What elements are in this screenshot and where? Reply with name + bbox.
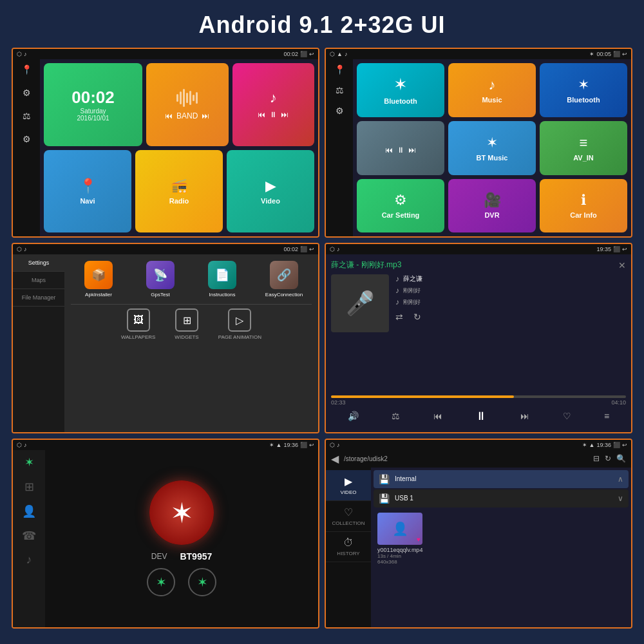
fm-collection-label: COLLECTION xyxy=(332,520,365,526)
playlist-btn[interactable]: ≡ xyxy=(604,411,609,421)
music5-icon[interactable]: ♪ xyxy=(26,553,32,567)
wave-bar xyxy=(186,93,188,103)
btmusic-tile[interactable]: ✶ BT Music xyxy=(448,121,536,175)
next-btn[interactable]: ⏭ xyxy=(202,111,209,120)
avin-label: AV_IN xyxy=(573,154,594,162)
back-icon-6[interactable]: ↩ xyxy=(622,442,627,448)
apkinstaller-label: ApkInstaller xyxy=(85,292,112,298)
location-icon-2[interactable]: 📍 xyxy=(334,64,345,75)
play-btn[interactable]: ⏸ xyxy=(269,110,277,119)
clock-tile[interactable]: 00:02 Saturday 2016/10/01 xyxy=(44,63,142,146)
home-icon-5: ⬡ xyxy=(17,442,22,448)
fwd2-btn[interactable]: ⏭ xyxy=(408,146,416,155)
bt2-tile[interactable]: ✶ Bluetooth xyxy=(540,63,627,117)
play-pause-btn[interactable]: ⏸ xyxy=(475,410,487,423)
app-instructions[interactable]: 📄 Instructions xyxy=(194,261,250,298)
music-app-tile[interactable]: ♪ Music xyxy=(448,63,536,117)
sidebar-settings[interactable]: Settings xyxy=(13,254,64,272)
fm-internal-item[interactable]: 💾 Internal ∧ xyxy=(374,470,629,488)
dvr-tile[interactable]: 🎥 DVR xyxy=(448,179,536,233)
fm-usb1-item[interactable]: 💾 USB 1 ∨ xyxy=(374,489,629,507)
calls-icon[interactable]: ☎ xyxy=(22,529,36,543)
navi-tile[interactable]: 📍 Navi xyxy=(44,150,131,233)
volume-btn[interactable]: 🔊 xyxy=(348,411,359,421)
screen5-content: ✶ DEV BT9957 ✶ ✶ xyxy=(45,450,318,627)
page-animation-icon: ▷ xyxy=(228,308,251,332)
music-icon-2: ♪ xyxy=(489,77,496,93)
radio2-tile[interactable]: 📻 Radio xyxy=(135,150,223,233)
fm-video-thumb[interactable]: 👤 ♥ xyxy=(377,513,422,545)
progress-bar-bg[interactable] xyxy=(331,395,626,398)
avin-tile[interactable]: ≡ AV_IN xyxy=(540,121,627,175)
back-icon-5[interactable]: ↩ xyxy=(309,442,314,448)
contacts-icon[interactable]: 👤 xyxy=(22,504,36,518)
page-animation-btn[interactable]: ▷ PAGE ANIMATION xyxy=(218,308,261,340)
wallpapers-btn[interactable]: 🖼 WALLPAPERS xyxy=(121,308,155,340)
back-icon-2[interactable]: ↩ xyxy=(622,51,627,57)
fm-video-tab[interactable]: ▶ VIDEO xyxy=(326,470,371,501)
widgets-btn[interactable]: ⊞ WIDGETS xyxy=(175,308,198,340)
bat-icon-6: ⬛ xyxy=(613,442,620,448)
bt-menu-icon[interactable]: ✶ xyxy=(24,455,34,469)
carsetting-tile[interactable]: ⚙ Car Setting xyxy=(357,179,444,233)
rew-btn[interactable]: ⏮ xyxy=(258,110,265,119)
radio-tile[interactable]: ⏮ BAND ⏭ xyxy=(146,63,229,146)
gear-icon-1[interactable]: ⚙ xyxy=(23,134,31,144)
usb-icon-6: ♪ xyxy=(337,442,340,448)
app-gpstest[interactable]: 📡 GpsTest xyxy=(133,261,188,298)
heart-btn[interactable]: ♡ xyxy=(563,411,571,421)
progress-bar-fill xyxy=(331,395,514,398)
fm-history-tab[interactable]: ⏱ HISTORY xyxy=(326,532,371,562)
sidebar-maps[interactable]: Maps xyxy=(13,272,64,289)
settings-icon-1[interactable]: ⚙ xyxy=(23,88,31,98)
signal-icon-4: ⬛ xyxy=(613,246,620,252)
shuffle-btn[interactable]: ⇄ xyxy=(395,312,403,322)
fm-collection-tab[interactable]: ♡ COLLECTION xyxy=(326,501,371,532)
band-btn[interactable]: BAND xyxy=(176,111,198,120)
location-icon-1[interactable]: 📍 xyxy=(21,64,32,75)
back-icon-3[interactable]: ↩ xyxy=(309,246,314,252)
bt-connect-btn[interactable]: ✶ xyxy=(147,568,175,596)
screen-app-menu: ⬡ ▲ ♪ ✶ 00:05 ⬛ ↩ 📍 ⚖ ⚙ ✶ xyxy=(325,48,632,238)
prev-track-btn[interactable]: ⏮ xyxy=(433,411,442,421)
dialpad-icon[interactable]: ⊞ xyxy=(24,480,34,494)
carinfo-tile[interactable]: ℹ Car Info xyxy=(540,179,627,233)
screen1-body: 📍 ⚙ ⚖ ⚙ 00:02 Saturday 2016/10/01 xyxy=(13,59,318,236)
fm-search-icon[interactable]: 🔍 xyxy=(616,454,626,463)
fm-history-label: HISTORY xyxy=(337,551,359,556)
bt-signal-6: ✶ xyxy=(582,442,587,448)
status-right-4: 19:35 ⬛ ↩ xyxy=(596,246,627,252)
screen-bluetooth: ⬡ ♪ ✶ ▲ 19:36 ⬛ ↩ ✶ ⊞ 👤 ☎ ♪ ✶ DE xyxy=(12,439,319,629)
fm-sort-icon[interactable]: ⊟ xyxy=(593,454,600,463)
play2-btn[interactable]: ⏸ xyxy=(397,146,404,155)
fm-back-btn[interactable]: ◀ xyxy=(331,453,339,465)
fm-video-duration: 13s / 4min xyxy=(377,553,625,559)
app-apkinstaller[interactable]: 📦 ApkInstaller xyxy=(71,261,126,298)
prev-btn[interactable]: ⏮ xyxy=(165,111,173,120)
sidebar-filemanager[interactable]: File Manager xyxy=(13,289,64,307)
fm-usb1-expand[interactable]: ∨ xyxy=(618,494,623,503)
eq-btn[interactable]: ⚖ xyxy=(392,411,400,421)
fm-internal-expand[interactable]: ∧ xyxy=(618,475,623,484)
btmusic-label: BT Music xyxy=(477,154,508,162)
video-tile[interactable]: ▶ Video xyxy=(227,150,314,233)
bluetooth-tile[interactable]: ✶ Bluetooth xyxy=(357,63,444,117)
back-icon-1[interactable]: ↩ xyxy=(309,51,314,57)
fm-refresh-icon[interactable]: ↻ xyxy=(605,454,611,463)
app-easyconnection[interactable]: 🔗 EasyConnection xyxy=(256,261,312,298)
sliders-icon-2[interactable]: ⚖ xyxy=(336,85,344,95)
repeat-btn[interactable]: ↻ xyxy=(413,312,421,322)
bt-disconnect-btn[interactable]: ✶ xyxy=(188,568,216,596)
controls-tile[interactable]: ⏮ ⏸ ⏭ xyxy=(357,121,444,175)
sliders-icon-1[interactable]: ⚖ xyxy=(23,111,31,121)
music-close-btn[interactable]: ✕ xyxy=(618,260,626,270)
bt-device-name: BT9957 xyxy=(180,551,212,562)
next-track-btn[interactable]: ⏭ xyxy=(520,411,529,421)
rew2-btn[interactable]: ⏮ xyxy=(385,146,393,155)
gear-icon-2[interactable]: ⚙ xyxy=(336,106,344,116)
back-icon-4[interactable]: ↩ xyxy=(622,246,627,252)
music-tile[interactable]: ♪ ⏮ ⏸ ⏭ xyxy=(232,63,315,146)
bluetooth-circle[interactable]: ✶ xyxy=(149,480,214,545)
song-icon: ♪ xyxy=(395,298,399,307)
fwd-btn[interactable]: ⏭ xyxy=(281,110,289,119)
